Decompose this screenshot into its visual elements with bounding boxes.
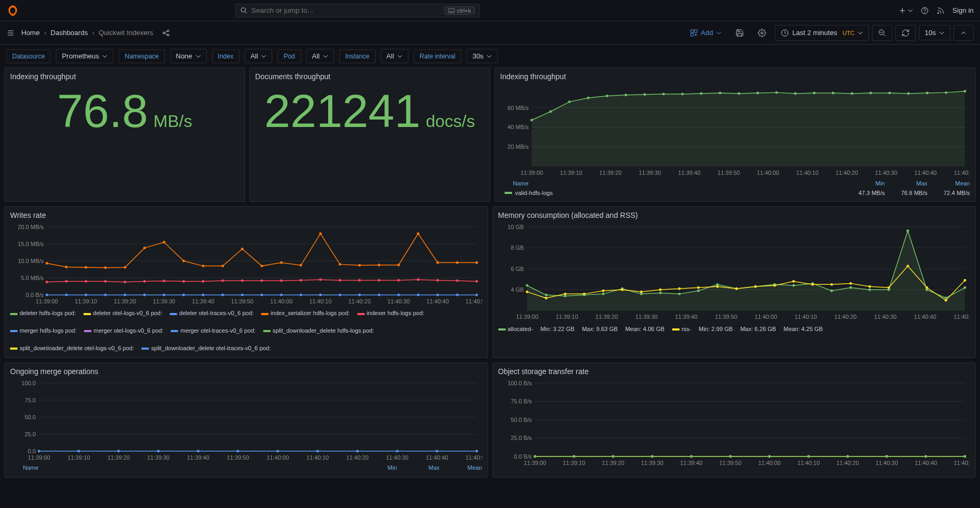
svg-text:11:40:30: 11:40:30 [874, 314, 896, 320]
zoom-out-button[interactable] [872, 25, 892, 41]
svg-text:11:39:10: 11:39:10 [560, 170, 582, 176]
var-namespace[interactable]: None [170, 49, 207, 63]
svg-text:11:40:10: 11:40:10 [796, 170, 818, 176]
panel-writes-rate[interactable]: Writes rate 0.0 B/s5.0 MB/s10.0 MB/s15.0… [4, 206, 488, 358]
svg-text:11:40:30: 11:40:30 [875, 459, 898, 465]
legend-item[interactable]: split_downloader_delete otel-traces-v0_6… [141, 343, 271, 353]
breadcrumb: Home › Dashboards › Quickwit Indexers [21, 29, 170, 37]
panel-documents-throughput-stat[interactable]: Documents throughput 221241 docs/s [249, 67, 490, 202]
var-datasource-label: Datasource [6, 49, 51, 63]
legend-item[interactable]: merger hdfs-logs pod: [10, 326, 77, 336]
svg-text:11:39:30: 11:39:30 [153, 298, 175, 304]
add-button[interactable]: Add [685, 26, 727, 40]
svg-point-111 [417, 232, 420, 235]
legend-item[interactable]: deleter otel-traces-v0_6 pod: [170, 308, 254, 318]
signin-link[interactable]: Sign in [952, 6, 974, 14]
svg-point-153 [339, 293, 341, 296]
svg-text:20.0 MB/s: 20.0 MB/s [18, 224, 44, 230]
panel-indexing-throughput-chart[interactable]: Indexing throughput 20 MB/s40 MB/s60 MB/… [495, 67, 976, 202]
menu-icon[interactable] [6, 29, 15, 37]
svg-point-49 [587, 97, 589, 99]
svg-text:11:40:20: 11:40:20 [346, 454, 368, 460]
svg-point-158 [437, 293, 439, 296]
svg-text:11:40:10: 11:40:10 [306, 454, 329, 460]
svg-point-123 [202, 280, 205, 283]
legend-item[interactable]: split_downloader_delete otel-logs-v0_6 p… [10, 343, 134, 353]
svg-point-191 [697, 289, 699, 292]
svg-point-226 [906, 265, 909, 267]
var-datasource[interactable]: Prometheus [56, 49, 113, 63]
crumb-home[interactable]: Home [21, 29, 40, 37]
svg-text:11:39:00: 11:39:00 [28, 454, 50, 460]
legend-row[interactable]: valid-hdfs-logs 47.3 MB/s 76.8 MB/s 72.4… [500, 189, 970, 197]
legend-item[interactable]: deleter hdfs-logs pod: [10, 308, 76, 318]
svg-point-159 [456, 293, 458, 296]
svg-point-58 [756, 92, 759, 95]
var-rate[interactable]: 30s [466, 49, 498, 63]
svg-point-114 [475, 261, 478, 264]
legend-item[interactable]: deleter otel-logs-v0_6 pod: [83, 308, 162, 318]
svg-point-182 [525, 284, 528, 287]
panel-title: Memory consumption (allocated and RSS) [498, 211, 970, 219]
svg-point-135 [437, 279, 439, 282]
legend-item[interactable]: merger otel-logs-v0_6 pod: [84, 326, 163, 336]
svg-point-196 [792, 284, 794, 287]
svg-point-59 [775, 91, 777, 94]
panel-memory-consumption[interactable]: Memory consumption (allocated and RSS) 4… [492, 206, 976, 358]
panel-indexing-throughput-stat[interactable]: Indexing throughput 76.8 MB/s [4, 67, 245, 202]
svg-text:11:40:50: 11:40:50 [953, 314, 970, 320]
svg-point-57 [738, 92, 740, 95]
svg-point-103 [261, 265, 263, 267]
svg-point-253 [78, 450, 80, 452]
search-box[interactable]: ctrl+k [235, 4, 480, 18]
legend-item[interactable]: merger otel-traces-v0_6 pod: [171, 326, 255, 336]
svg-point-132 [378, 279, 380, 282]
svg-point-142 [124, 293, 127, 296]
save-button[interactable] [730, 26, 749, 40]
panel-ongoing-merge[interactable]: Ongoing merge operations 0.025.050.075.0… [4, 362, 488, 478]
svg-text:11:40:30: 11:40:30 [388, 298, 410, 304]
svg-point-124 [221, 279, 224, 282]
help-icon[interactable] [920, 6, 929, 15]
svg-point-110 [397, 264, 400, 266]
svg-text:4 GB: 4 GB [510, 286, 524, 293]
var-index[interactable]: All [245, 49, 272, 63]
plus-menu[interactable] [898, 6, 913, 15]
svg-point-46 [530, 119, 533, 122]
svg-text:11:40:40: 11:40:40 [914, 170, 936, 176]
legend-item[interactable]: index_serializer hdfs-logs pod: [261, 308, 350, 318]
legend-item[interactable]: indexer hdfs-logs pod: [357, 308, 424, 318]
svg-point-183 [545, 293, 547, 296]
svg-point-225 [887, 286, 890, 289]
rss-icon[interactable] [936, 6, 945, 15]
svg-point-215 [697, 286, 699, 289]
var-pod[interactable]: All [306, 49, 334, 63]
svg-text:25.0 B/s: 25.0 B/s [510, 435, 532, 441]
svg-point-92 [46, 262, 48, 265]
search-input[interactable] [252, 6, 445, 14]
svg-point-141 [104, 293, 107, 296]
svg-line-16 [164, 33, 167, 35]
chevron-down-icon [397, 54, 403, 59]
crumb-dash[interactable]: Dashboards [51, 29, 88, 37]
legend-item[interactable]: split_downloader_delete hdfs-logs pod: [263, 326, 374, 336]
svg-point-13 [167, 30, 169, 31]
refresh-button[interactable] [895, 25, 916, 41]
panel-object-storage[interactable]: Object storage transfer rate 0.0 B/s25.0… [492, 362, 976, 478]
var-instance[interactable]: All [381, 49, 408, 63]
svg-point-0 [241, 7, 245, 12]
svg-point-52 [643, 93, 646, 96]
share-icon[interactable] [162, 29, 170, 37]
svg-point-54 [681, 92, 683, 95]
refresh-interval[interactable]: 10s [919, 25, 950, 40]
settings-button[interactable] [752, 26, 772, 40]
chevron-down-icon [196, 54, 201, 59]
svg-text:11:40:40: 11:40:40 [914, 314, 936, 320]
svg-point-96 [124, 266, 127, 268]
svg-point-218 [754, 285, 757, 288]
svg-text:25.0: 25.0 [24, 430, 36, 437]
collapse-button[interactable] [953, 25, 974, 41]
svg-text:75.0 B/s: 75.0 B/s [510, 398, 532, 404]
timerange-picker[interactable]: Last 2 minutes UTC [775, 25, 869, 41]
svg-point-254 [117, 450, 120, 452]
